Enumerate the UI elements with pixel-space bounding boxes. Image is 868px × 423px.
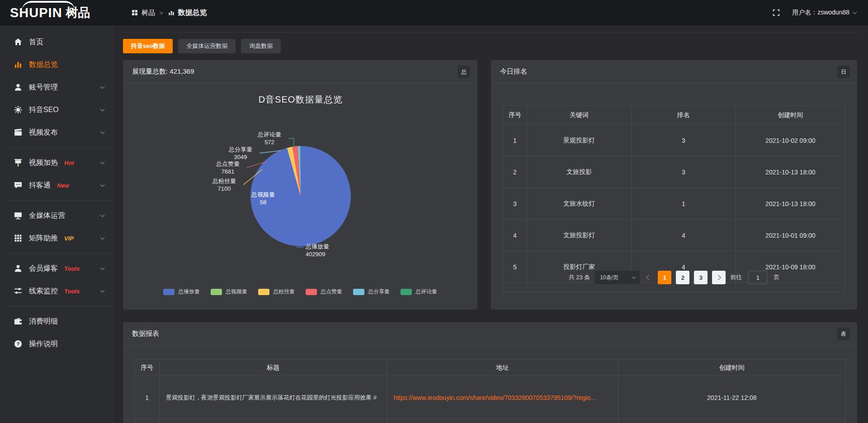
legend-swatch [163, 289, 175, 295]
cell-video-link[interactable]: https://www.iesdouyin.com/share/video/70… [387, 376, 618, 419]
pie-label-value: 402909 [306, 250, 355, 258]
divider [8, 253, 114, 254]
table-row[interactable]: 3 文旅水纹灯 1 2021-10-13 18:00 [503, 188, 845, 220]
table-header-row: 序号 标题 地址 创建时间 [135, 360, 846, 376]
overview-panel-header: 展现量总数: 421,369 总 [123, 60, 477, 84]
cell-created: 2021-10-13 18:00 [736, 156, 845, 188]
cell-index: 1 [503, 125, 527, 156]
sidebar: 首页 数据总览 账号管理 抖音SEO 视频发布 视频加热 Hot 抖客通 New… [0, 25, 114, 423]
breadcrumb-root[interactable]: 树品 [142, 9, 155, 17]
sidebar-item-video-publish[interactable]: 视频发布 [0, 121, 114, 144]
column-header: 创建时间 [618, 360, 845, 376]
bar-chart-icon [168, 9, 175, 16]
column-header: 创建时间 [736, 106, 845, 125]
overview-panel: 展现量总数: 421,369 总 D音SEO数据量总览 总评论量 572 总分享… [123, 60, 477, 310]
cell-rank: 3 [631, 156, 736, 188]
total-toggle-button[interactable]: 总 [458, 66, 470, 78]
sidebar-item-label: 账号管理 [29, 83, 58, 92]
legend-item-shares[interactable]: 总分享量 [353, 288, 390, 296]
pie-label-name: 总播放量 [306, 243, 355, 250]
legend-item-comments[interactable]: 总评论量 [401, 288, 437, 296]
breadcrumb-separator: > [160, 9, 163, 16]
table-row[interactable]: 1 景观投影灯，夜游景观投影灯厂家展示展示落花灯在花园里的灯光投影应用效果 # … [135, 376, 846, 419]
main-content: 抖音seo数据 全媒体运营数据 询盘数据 展现量总数: 421,369 总 D音… [114, 25, 868, 423]
goto-page-input[interactable] [748, 271, 767, 284]
column-header: 标题 [160, 360, 387, 376]
pie-label-fans: 总粉丝量 7100 [207, 177, 241, 193]
logo-arc [22, 1, 75, 11]
sidebar-item-label: 线索监控 [29, 287, 58, 296]
sidebar-item-media-operation[interactable]: 全媒体运营 [0, 204, 114, 227]
table-row[interactable]: 4 文旅投影灯 4 2021-10-01 09:00 [503, 220, 845, 251]
sidebar-item-matrix-boost[interactable]: 矩阵助推 VIP [0, 227, 114, 249]
pie-label-name: 总视频量 [246, 191, 280, 198]
legend-label: 总分享量 [368, 288, 390, 296]
pie-label-videos: 总视频量 58 [246, 191, 280, 206]
sidebar-item-label: 抖客通 [29, 181, 51, 190]
pie-label-name: 总分享量 [223, 146, 258, 153]
new-badge: New [57, 182, 69, 189]
day-toggle-button[interactable]: 日 [837, 66, 850, 78]
sidebar-item-home[interactable]: 首页 [0, 31, 114, 53]
chevron-down-icon [853, 10, 857, 14]
table-row-partial [135, 419, 846, 423]
impressions-total-label: 展现量总数: 421,369 [132, 67, 194, 76]
table-row[interactable]: 2 文旅投影 3 2021-10-13 18:00 [503, 156, 845, 188]
pie-label-name: 总点赞量 [211, 160, 245, 168]
chat-bubble-icon [14, 181, 23, 190]
person-icon [14, 264, 23, 273]
cell-rank: 4 [631, 220, 736, 251]
cell-title: 景观投影灯，夜游景观投影灯厂家展示展示落花灯在花园里的灯光投影应用效果 # [160, 376, 387, 419]
legend-item-plays[interactable]: 总播放量 [163, 288, 200, 296]
report-panel-header: 数据报表 表 [123, 322, 857, 346]
fullscreen-icon[interactable] [772, 9, 780, 17]
page-button-1[interactable]: 1 [658, 271, 671, 284]
tab-inquiry-data[interactable]: 询盘数据 [241, 39, 281, 53]
chevron-down-icon [100, 130, 105, 134]
legend-item-videos[interactable]: 总视频量 [211, 288, 247, 296]
tab-douyin-seo-data[interactable]: 抖音seo数据 [123, 39, 173, 53]
user-menu[interactable]: 用户名：zswodun88 [792, 9, 856, 17]
legend-item-likes[interactable]: 总点赞量 [306, 288, 342, 296]
table-toggle-button[interactable]: 表 [837, 328, 850, 340]
table-row[interactable]: 1 景观投影灯 3 2021-10-02 09:00 [503, 125, 845, 156]
divider [8, 200, 114, 201]
sidebar-item-label: 视频加热 [29, 158, 58, 168]
chevron-down-icon [100, 213, 105, 217]
page-size-select[interactable]: 10条/页 [594, 271, 640, 284]
chevron-down-icon [632, 275, 636, 278]
tab-media-operation-data[interactable]: 全媒体运营数据 [178, 39, 236, 53]
sliders-icon [14, 287, 23, 296]
cell-rank: 1 [631, 188, 736, 220]
sidebar-item-member-tools[interactable]: 会员爆客 Tools [0, 257, 114, 280]
cell-rank: 3 [631, 125, 736, 156]
pie-label-likes: 总点赞量 7681 [211, 160, 245, 175]
cell-index: 3 [503, 188, 527, 220]
chevron-down-icon [100, 183, 105, 187]
legend-item-fans[interactable]: 总粉丝量 [258, 288, 295, 296]
sidebar-item-video-heat[interactable]: 视频加热 Hot [0, 151, 114, 174]
sidebar-item-data-overview[interactable]: 数据总览 [0, 53, 114, 76]
next-page-button[interactable] [712, 271, 726, 284]
column-header: 排名 [631, 106, 736, 125]
cell-created: 2021-11-22 12:08 [618, 376, 845, 419]
page-button-3[interactable]: 3 [694, 271, 708, 284]
sidebar-item-account[interactable]: 账号管理 [0, 76, 114, 99]
cell-index: 2 [503, 156, 527, 188]
sidebar-item-douketong[interactable]: 抖客通 New [0, 174, 114, 197]
divider [8, 306, 114, 306]
chevron-down-icon [100, 235, 105, 240]
sidebar-item-clue-monitor[interactable]: 线索监控 Tools [0, 280, 114, 302]
prev-page-button[interactable] [646, 275, 651, 280]
sidebar-item-help[interactable]: ? 操作说明 [0, 333, 114, 355]
page-button-2[interactable]: 2 [676, 271, 689, 284]
pie-label-value: 7100 [207, 185, 241, 193]
breadcrumb-current: 数据总览 [178, 8, 207, 18]
chevron-down-icon [100, 288, 105, 293]
sidebar-item-douyin-seo[interactable]: 抖音SEO [0, 99, 114, 121]
sidebar-item-expense-detail[interactable]: 消费明细 [0, 310, 114, 333]
sidebar-item-label: 视频发布 [29, 128, 58, 137]
bar-chart-icon [14, 60, 23, 69]
legend-swatch [353, 289, 364, 295]
report-table: 序号 标题 地址 创建时间 1 景观投影灯，夜游景观投影灯厂家展示展示落花灯在花… [134, 359, 846, 423]
